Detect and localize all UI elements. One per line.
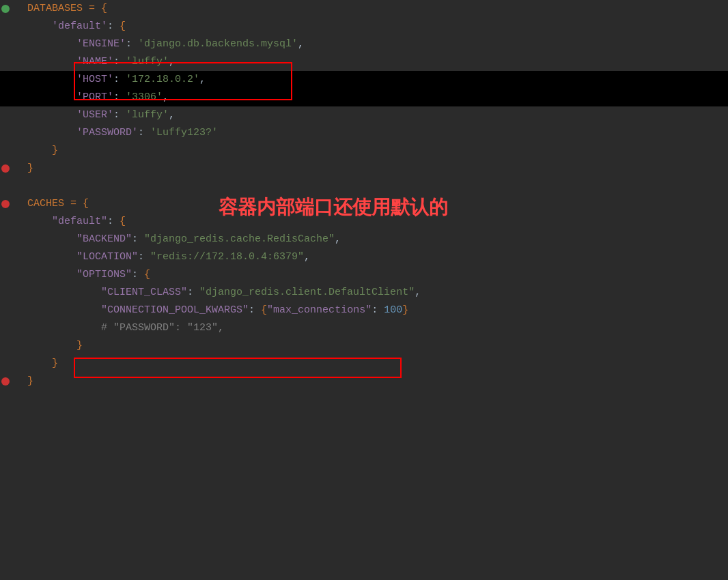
code-line-19: # "PASSWORD": "123", — [20, 320, 728, 336]
code-line-9: } — [20, 143, 728, 159]
line-20: } — [0, 337, 728, 355]
line-12: CACHES = { — [0, 195, 728, 213]
line-19: # "PASSWORD": "123", — [0, 319, 728, 337]
code-line-5: 'HOST': '172.18.0.2', — [20, 72, 728, 88]
line-21: } — [0, 355, 728, 373]
code-line-2: 'default': { — [20, 18, 728, 35]
code-line-7: 'USER': 'luffy', — [20, 107, 728, 124]
line-6: 'PORT': '3306', — [0, 89, 728, 106]
fold-icon-1 — [1, 5, 10, 13]
line-16: "OPTIONS": { — [0, 266, 728, 284]
fold-icon-22 — [1, 377, 10, 386]
line-2: 'default': { — [0, 18, 728, 35]
line-22: } — [0, 373, 728, 390]
line-5: 'HOST': '172.18.0.2', — [0, 71, 728, 89]
line-1: DATABASES = { — [0, 0, 728, 18]
code-editor: DATABASES = { 'default': { 'ENGINE': 'dj… — [0, 0, 728, 580]
code-line-12: CACHES = { — [20, 196, 728, 212]
code-line-1: DATABASES = { — [20, 1, 728, 17]
code-line-21: } — [20, 356, 728, 372]
fold-icon-10 — [1, 164, 10, 173]
code-line-18: "CONNECTION_POOL_KWARGS": {"max_connecti… — [20, 302, 728, 319]
line-11 — [0, 177, 728, 195]
code-line-16: "OPTIONS": { — [20, 267, 728, 283]
line-15: "LOCATION": "redis://172.18.0.4:6379", — [0, 248, 728, 266]
line-8: 'PASSWORD': 'Luffy123?' — [0, 124, 728, 142]
code-line-3: 'ENGINE': 'django.db.backends.mysql', — [20, 36, 728, 53]
code-line-4: 'NAME': 'luffy', — [20, 54, 728, 70]
line-18: "CONNECTION_POOL_KWARGS": {"max_connecti… — [0, 302, 728, 319]
code-line-8: 'PASSWORD': 'Luffy123?' — [20, 125, 728, 141]
code-line-13: "default": { — [20, 214, 728, 230]
code-line-6: 'PORT': '3306', — [20, 89, 728, 106]
line-7: 'USER': 'luffy', — [0, 106, 728, 124]
code-line-15: "LOCATION": "redis://172.18.0.4:6379", — [20, 249, 728, 265]
code-line-20: } — [20, 338, 728, 354]
code-line-22: } — [20, 373, 728, 390]
line-17: "CLIENT_CLASS": "django_redis.client.Def… — [0, 284, 728, 302]
line-4: 'NAME': 'luffy', — [0, 53, 728, 71]
code-line-11 — [20, 178, 728, 194]
line-13: "default": { — [0, 213, 728, 231]
line-10: } — [0, 160, 728, 177]
line-9: } — [0, 142, 728, 160]
line-14: "BACKEND": "django_redis.cache.RedisCach… — [0, 231, 728, 248]
code-line-17: "CLIENT_CLASS": "django_redis.client.Def… — [20, 285, 728, 301]
fold-icon-12 — [1, 200, 10, 208]
line-3: 'ENGINE': 'django.db.backends.mysql', — [0, 35, 728, 53]
code-line-10: } — [20, 160, 728, 177]
code-line-14: "BACKEND": "django_redis.cache.RedisCach… — [20, 231, 728, 248]
